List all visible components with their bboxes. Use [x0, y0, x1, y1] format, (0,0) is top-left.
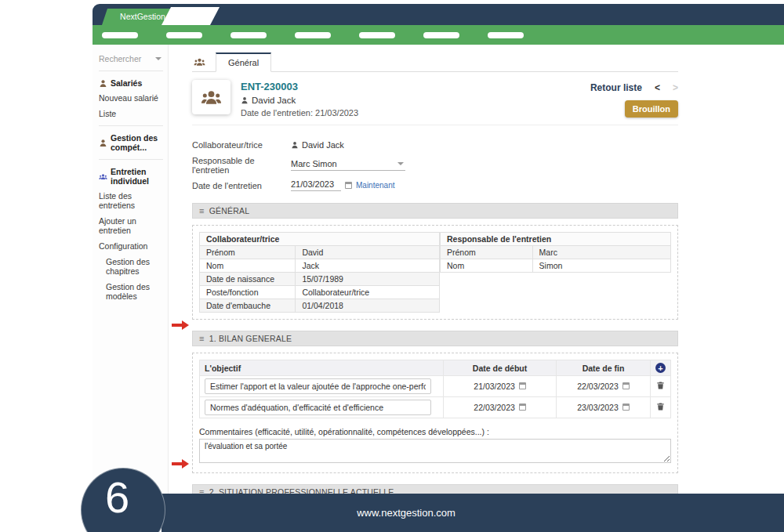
- comments-textarea[interactable]: l'évaluation et sa portée: [199, 439, 671, 463]
- calendar-icon[interactable]: [345, 182, 352, 189]
- objective-input[interactable]: [205, 400, 431, 415]
- calendar-icon[interactable]: [519, 382, 526, 389]
- main-nav-bar: [93, 25, 784, 45]
- collaborateur-table: Collaborateur/trice Prénom David Nom Jac…: [199, 232, 440, 313]
- chevron-down-icon: [155, 57, 162, 60]
- responsable-select[interactable]: Marc Simon: [291, 159, 405, 171]
- table-row: Date d'embauche 01/04/2018: [200, 299, 440, 313]
- table-row: Nom Jack: [200, 259, 440, 273]
- objectif-row: 22/03/2023 23/03/2023: [200, 397, 671, 418]
- calendar-icon[interactable]: [622, 404, 630, 411]
- sidebar-item-liste[interactable]: Liste: [99, 109, 163, 118]
- sidebar-header-salaries[interactable]: Salariés: [99, 78, 163, 88]
- record-header: ENT-230003 David Jack Date de l'entretie…: [192, 80, 678, 125]
- table-row: Date de naissance 15/07/1989: [200, 273, 440, 286]
- chevron-left-icon[interactable]: <: [655, 82, 660, 93]
- nav-menu-item-redacted[interactable]: [295, 32, 331, 38]
- user-icon: [99, 79, 107, 88]
- top-header-bar: NextGestion: [93, 4, 784, 25]
- footer-url: www.nextgestion.com: [162, 494, 784, 532]
- sidebar-item-liste-des-entretiens[interactable]: Liste des entretiens: [99, 191, 163, 210]
- tab-bar: Général: [192, 51, 678, 72]
- sidebar-item-gestion-des-chapitres[interactable]: Gestion des chapitres: [106, 257, 163, 276]
- avatar: [192, 80, 230, 114]
- table-row: Prénom Marc: [441, 246, 671, 259]
- table-header: Responsable de l'entretien: [441, 233, 671, 246]
- date-debut-cell[interactable]: 21/03/2023: [444, 376, 557, 397]
- table-row: Prénom David: [200, 246, 440, 259]
- maintenant-link[interactable]: Maintenant: [356, 181, 394, 190]
- calendar-icon[interactable]: [519, 404, 526, 411]
- drag-handle-icon: ≡: [199, 335, 205, 343]
- chevron-right-icon[interactable]: >: [673, 82, 678, 93]
- divider: [99, 71, 163, 71]
- section-header-general[interactable]: ≡ GÉNÉRAL: [192, 203, 678, 219]
- delete-row-icon[interactable]: [656, 402, 665, 411]
- col-header-objectif: L'objectif: [200, 360, 444, 376]
- section-header-bilan[interactable]: ≡ 1. BILAN GENERALE: [192, 331, 678, 346]
- objective-input[interactable]: [205, 378, 431, 394]
- sidebar: Rechercher Salariés Nouveau salarié List…: [93, 45, 169, 494]
- col-header-date-fin: Date de fin: [557, 360, 651, 376]
- search-input[interactable]: Rechercher: [99, 54, 163, 63]
- users-icon: [99, 172, 107, 181]
- entretien-form: Collaborateur/trice David Jack Responsab…: [192, 138, 678, 192]
- record-date: Date de l'entretien: 21/03/2023: [241, 108, 358, 118]
- users-icon: [201, 89, 222, 105]
- comments-label: Commentaires (efficacité, utilité, opéra…: [199, 427, 671, 436]
- nav-menu-item-redacted[interactable]: [166, 32, 202, 38]
- tab-general[interactable]: Général: [216, 52, 271, 72]
- brand-label: NextGestion: [120, 12, 165, 21]
- sidebar-item-gestion-des-modeles[interactable]: Gestion des modèles: [106, 282, 163, 301]
- sidebar-header-entretien-individuel[interactable]: Entretien individuel: [99, 167, 163, 186]
- nav-menu-item-redacted[interactable]: [230, 32, 267, 38]
- sidebar-item-ajouter-un-entretien[interactable]: Ajouter un entretien: [99, 216, 163, 235]
- col-header-date-debut: Date de début: [444, 360, 557, 376]
- section-body-general: Collaborateur/trice Prénom David Nom Jac…: [192, 225, 678, 320]
- sidebar-item-nouveau-salarie[interactable]: Nouveau salarié: [99, 93, 163, 103]
- calendar-icon[interactable]: [622, 382, 630, 389]
- objectif-row: 21/03/2023 22/03/2023: [200, 376, 671, 397]
- table-header: Collaborateur/trice: [200, 233, 440, 246]
- responsable-table: Responsable de l'entretien Prénom Marc N…: [440, 232, 671, 273]
- table-row: Nom Simon: [441, 259, 671, 273]
- nav-menu-item-redacted[interactable]: [488, 32, 524, 38]
- footer-bar: www.nextgestion.com: [162, 494, 784, 532]
- search-placeholder: Rechercher: [99, 54, 141, 63]
- divider: [99, 159, 163, 160]
- field-label-responsable: Responsable de l'entretien: [192, 156, 291, 175]
- users-icon: [194, 57, 205, 67]
- objectifs-table: L'objectif Date de début Date de fin + 2…: [199, 360, 671, 418]
- record-name: David Jack: [252, 96, 296, 105]
- red-arrow-annotation: [172, 320, 191, 330]
- add-row-icon[interactable]: +: [655, 363, 666, 373]
- app-window: NextGestion Rechercher Salariés Nouveau …: [0, 0, 784, 532]
- divider: [99, 125, 163, 126]
- status-badge: Brouillon: [625, 100, 678, 118]
- user-icon: [291, 141, 299, 149]
- collaborateur-value: David Jack: [302, 140, 344, 150]
- nav-menu-item-redacted[interactable]: [102, 32, 138, 38]
- delete-row-icon[interactable]: [656, 381, 665, 390]
- sidebar-item-configuration[interactable]: Configuration: [99, 241, 163, 251]
- record-id: ENT-230003: [241, 81, 358, 92]
- date-fin-cell[interactable]: 23/03/2023: [557, 397, 651, 418]
- date-entretien-input[interactable]: 21/03/2023: [291, 179, 341, 191]
- main-content: Général ENT-230003 David Jack Date de l'…: [169, 45, 784, 494]
- section-body-bilan: L'objectif Date de début Date de fin + 2…: [192, 353, 678, 473]
- field-label-date-entretien: Date de l'entretien: [192, 181, 291, 190]
- chevron-down-icon: [397, 162, 404, 165]
- nav-menu-item-redacted[interactable]: [423, 32, 459, 38]
- user-icon: [241, 96, 249, 104]
- drag-handle-icon: ≡: [199, 207, 205, 215]
- table-row: Poste/fonction Collaborateur/trice: [200, 286, 440, 299]
- date-fin-cell[interactable]: 22/03/2023: [557, 376, 651, 397]
- nav-menu-item-redacted[interactable]: [359, 32, 395, 38]
- red-arrow-annotation: [172, 459, 191, 469]
- user-icon: [99, 139, 107, 147]
- date-debut-cell[interactable]: 22/03/2023: [444, 397, 557, 418]
- field-label-collaborateur: Collaborateur/trice: [192, 140, 291, 150]
- sidebar-header-gestion-competences[interactable]: Gestion des compét...: [99, 133, 163, 152]
- retour-liste-link[interactable]: Retour liste: [590, 82, 642, 93]
